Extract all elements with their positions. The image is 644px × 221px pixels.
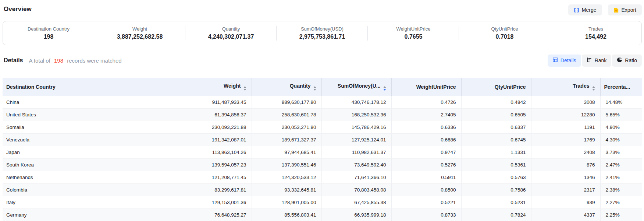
cell-country: Germany [3,208,182,221]
cell-percenta: 2.41% [600,171,642,183]
cell-quantity: 258,630,601.78 [252,108,321,121]
top-bar: Overview Merge Export [0,0,644,15]
stat-quantity: Quantity4,240,302,071.37 [185,21,277,45]
column-header-label: QtyUnitPrice [495,84,526,90]
table-row-italy: Italy129,153,001.36128,901,005.0067,425,… [3,196,642,208]
cell-quantity: 230,053,271.80 [252,121,321,133]
cell-quantity: 889,630,177.80 [252,96,321,108]
column-header-sumofmoney-u[interactable]: SumOfMoney(U... [321,78,391,96]
cell-sumofmoney-u: 66,935,999.18 [321,208,391,221]
table-row-south-korea: South Korea139,594,057.23137,390,551.467… [3,158,642,171]
stat-sumofmoney-usd: SumOfMoney(USD)2,975,753,861.71 [277,21,368,45]
cell-sumofmoney-u: 70,803,458.08 [321,183,391,196]
stat-value: 0.7655 [405,34,423,40]
cell-country: United States [3,108,182,121]
cell-country: South Korea [3,158,182,171]
view-switcher: DetailsRankRatio [548,55,642,67]
tab-rank[interactable]: Rank [582,55,612,67]
cell-quantity: 124,320,533.12 [252,171,321,183]
cell-percenta: 2.38% [600,183,642,196]
column-header-label: Destination Country [6,84,56,90]
column-header-label: Weight [224,83,241,89]
cell-weight: 191,342,087.01 [182,133,252,146]
stat-label: Quantity [222,26,240,32]
cell-trades: 12280 [531,108,600,121]
merge-button-label: Merge [582,7,597,13]
stat-destination-country: Destination Country198 [3,21,94,45]
table-row-china: China911,487,933.45889,630,177.80430,746… [3,96,642,108]
pie-ratio-icon [617,57,622,64]
stat-value: 154,492 [585,34,606,40]
column-header-percenta: Percenta... [600,78,642,96]
tab-label: Ratio [625,57,637,64]
stat-label: SumOfMoney(USD) [301,26,344,32]
cell-weightunitprice: 2.7405 [391,108,461,121]
cell-qtyunitprice: 0.7824 [461,208,531,221]
cell-weight: 121,208,771.45 [182,171,252,183]
sort-carets-icon [243,86,246,91]
details-title: Details [4,57,23,64]
column-header-quantity[interactable]: Quantity [252,78,321,96]
sort-carets-icon [592,86,595,91]
cell-weightunitprice: 0.6336 [391,121,461,133]
details-record-count: 198 [54,57,63,64]
stat-label: QtyUnitPrice [491,26,518,32]
cell-quantity: 137,390,551.46 [252,158,321,171]
cell-country: China [3,96,182,108]
cell-percenta: 2.25% [600,208,642,221]
cell-qtyunitprice: 0.4842 [461,96,531,108]
column-header-trades[interactable]: Trades [531,78,600,96]
column-header-label: Quantity [290,83,311,89]
tab-ratio[interactable]: Ratio [612,55,642,67]
details-bar: Details A total of 198 records were matc… [4,55,642,66]
cell-weightunitprice: 0.5276 [391,158,461,171]
overview-stats-card: Destination Country198Weight3,887,252,68… [3,21,642,45]
merge-icon [574,7,579,13]
overview-stats-list: Destination Country198Weight3,887,252,68… [3,21,641,45]
cell-weightunitprice: 0.6686 [391,133,461,146]
details-subtitle-prefix: A total of [29,57,50,64]
table-row-venezuela: Venezuela191,342,087.01189,671,327.37127… [3,133,642,146]
cell-weightunitprice: 0.9747 [391,146,461,158]
export-button-label: Export [622,7,636,13]
details-table: Destination CountryWeightQuantitySumOfMo… [3,78,642,221]
cell-weight: 129,153,001.36 [182,196,252,208]
cell-qtyunitprice: 0.5361 [461,158,531,171]
cell-sumofmoney-u: 71,641,366.10 [321,171,391,183]
stat-trades: Trades154,492 [550,21,641,45]
details-subtitle: A total of 198 records were matched [29,57,121,64]
cell-weight: 113,863,104.26 [182,146,252,158]
cell-percenta: 3.73% [600,146,642,158]
cell-qtyunitprice: 0.5231 [461,196,531,208]
export-button[interactable]: Export [608,4,642,15]
sort-carets-icon [383,86,386,91]
cell-weight: 76,648,925.27 [182,208,252,221]
cell-trades: 1346 [531,171,600,183]
cell-qtyunitprice: 0.5763 [461,171,531,183]
cell-quantity: 189,671,327.37 [252,133,321,146]
bar-rank-icon [587,57,592,64]
table-header-row: Destination CountryWeightQuantitySumOfMo… [3,78,642,96]
tab-details[interactable]: Details [548,55,581,67]
table-row-germany: Germany76,648,925.2785,556,803.4166,935,… [3,208,642,221]
cell-sumofmoney-u: 168,250,532.36 [321,108,391,121]
page-title: Overview [4,4,32,13]
stat-label: Trades [588,26,603,32]
cell-trades: 1769 [531,133,600,146]
merge-button[interactable]: Merge [568,4,602,15]
cell-quantity: 97,944,685.41 [252,146,321,158]
cell-quantity: 128,901,005.00 [252,196,321,208]
cell-qtyunitprice: 0.6505 [461,108,531,121]
cell-trades: 876 [531,158,600,171]
stat-value: 4,240,302,071.37 [208,34,254,40]
stat-weightunitprice: WeightUnitPrice0.7655 [368,21,459,45]
cell-weightunitprice: 0.8500 [391,183,461,196]
cell-sumofmoney-u: 430,746,178.12 [321,96,391,108]
stat-value: 3,887,252,682.58 [117,34,163,40]
stat-label: Weight [132,26,147,32]
cell-quantity: 85,556,803.41 [252,208,321,221]
column-header-weightunitprice: WeightUnitPrice [391,78,461,96]
cell-country: Japan [3,146,182,158]
cell-percenta: 14.48% [600,96,642,108]
column-header-weight[interactable]: Weight [182,78,252,96]
